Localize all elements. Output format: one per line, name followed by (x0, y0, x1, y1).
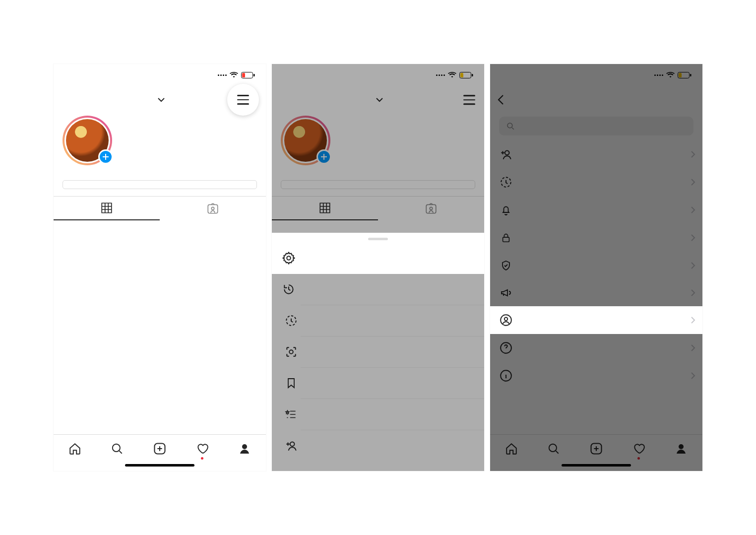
settings-help[interactable] (490, 334, 702, 362)
nav-search[interactable] (547, 442, 561, 456)
tab-tagged[interactable] (378, 197, 484, 220)
home-indicator (54, 462, 266, 471)
back-button[interactable] (497, 94, 504, 105)
nav-search[interactable] (110, 442, 124, 456)
svg-point-16 (290, 442, 295, 446)
profile-top (54, 114, 266, 169)
tab-tagged[interactable] (160, 197, 266, 220)
logout-link[interactable] (490, 417, 702, 432)
svg-rect-23 (503, 237, 509, 242)
cellular-dots-icon (436, 74, 445, 76)
settings-about[interactable] (490, 362, 702, 390)
svg-point-25 (504, 318, 508, 321)
nav-create[interactable] (153, 442, 167, 456)
profile-tabs (272, 196, 484, 220)
chevron-right-icon (691, 344, 695, 352)
tab-grid[interactable] (272, 197, 378, 220)
username-switcher[interactable] (155, 97, 165, 102)
search-icon (547, 442, 560, 455)
screenshot-settings (490, 64, 702, 471)
nav-activity[interactable] (195, 442, 209, 456)
plus-square-icon (589, 442, 603, 456)
gear-icon (282, 251, 296, 265)
settings-ads[interactable] (490, 279, 702, 306)
megaphone-icon (499, 287, 513, 299)
profile-bio (54, 169, 266, 173)
edit-profile-button[interactable] (63, 180, 257, 189)
menu-nametag[interactable] (301, 336, 484, 367)
svg-point-5 (113, 444, 120, 451)
help-icon (499, 341, 513, 354)
profile-tabs (54, 196, 266, 220)
hamburger-menu-button[interactable] (227, 84, 259, 116)
profile-icon (675, 443, 687, 455)
menu-archive[interactable] (272, 274, 484, 305)
chevron-down-icon (158, 97, 165, 102)
settings-header (490, 86, 702, 114)
svg-rect-1 (242, 73, 245, 77)
svg-point-28 (549, 444, 557, 451)
screenshot-menu-sheet (272, 64, 484, 471)
add-account-link[interactable] (490, 402, 702, 417)
battery-icon (678, 72, 692, 78)
hamburger-menu-button[interactable] (463, 95, 475, 105)
svg-rect-10 (472, 74, 473, 76)
add-story-badge[interactable] (98, 149, 113, 164)
chevron-down-icon (376, 97, 383, 102)
nav-profile[interactable] (674, 442, 688, 456)
nav-home[interactable] (68, 442, 82, 456)
profile-bio (272, 169, 484, 173)
settings-activity[interactable] (490, 168, 702, 196)
chevron-right-icon (691, 316, 695, 324)
menu-activity[interactable] (301, 305, 484, 336)
menu-settings[interactable] (272, 242, 484, 274)
hamburger-icon (463, 95, 475, 105)
hamburger-icon (237, 95, 249, 105)
list-star-icon (272, 408, 301, 421)
svg-point-7 (242, 444, 247, 449)
avatar[interactable] (63, 116, 112, 165)
menu-discover[interactable] (301, 430, 484, 461)
edit-profile-button[interactable] (281, 180, 475, 189)
status-bar (490, 64, 702, 86)
tagged-icon (206, 202, 219, 215)
settings-list (490, 140, 702, 432)
username-switcher[interactable] (373, 97, 383, 102)
nav-activity[interactable] (632, 442, 646, 456)
svg-rect-2 (253, 74, 255, 76)
sheet-grabber[interactable] (368, 238, 388, 240)
settings-security[interactable] (490, 252, 702, 279)
settings-follow-invite[interactable] (490, 140, 702, 168)
logins-section-label (490, 390, 702, 402)
heart-icon (196, 442, 209, 455)
chevron-right-icon (691, 150, 695, 158)
chevron-right-icon (691, 262, 695, 269)
activity-icon (499, 176, 513, 189)
wifi-icon (666, 72, 675, 78)
settings-notifications[interactable] (490, 196, 702, 224)
avatar[interactable] (281, 116, 330, 165)
search-input[interactable] (499, 117, 693, 135)
tab-grid[interactable] (54, 197, 160, 220)
tagged-icon (425, 202, 438, 215)
svg-rect-11 (426, 204, 436, 213)
profile-icon (239, 443, 251, 455)
nav-home[interactable] (504, 442, 518, 456)
menu-saved[interactable] (301, 367, 484, 399)
cellular-dots-icon (218, 74, 227, 76)
settings-privacy[interactable] (490, 224, 702, 252)
chevron-right-icon (691, 372, 695, 380)
settings-account[interactable] (490, 306, 702, 334)
heart-icon (632, 442, 645, 455)
shield-icon (499, 259, 513, 272)
grid-icon (100, 201, 113, 214)
nav-create[interactable] (589, 442, 603, 456)
nav-profile[interactable] (238, 442, 252, 456)
add-story-badge[interactable] (316, 149, 331, 164)
svg-point-13 (287, 256, 290, 260)
profile-circle-icon (499, 314, 513, 327)
menu-close-friends[interactable] (301, 399, 484, 430)
status-bar (272, 64, 484, 86)
wifi-icon (230, 72, 238, 78)
notification-dot (201, 457, 203, 460)
